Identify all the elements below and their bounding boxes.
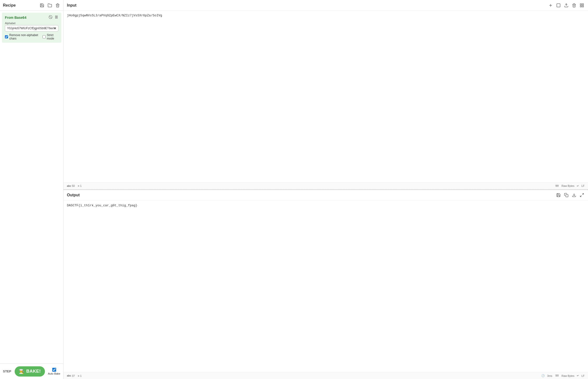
expand-output-button[interactable] bbox=[579, 192, 585, 198]
svg-rect-11 bbox=[582, 6, 584, 7]
input-format-icon[interactable]: 𝐓𝐓 bbox=[555, 184, 559, 188]
lines-icon: ≡ bbox=[78, 184, 79, 187]
bake-button[interactable]: 👨‍🍳 BAKE! bbox=[15, 366, 45, 377]
svg-line-14 bbox=[582, 193, 584, 195]
output-newline-label: LF bbox=[581, 374, 585, 377]
auto-bake-label: Auto Bake bbox=[48, 372, 60, 375]
bottom-bar: STEP 👨‍🍳 BAKE! Auto Bake bbox=[0, 363, 63, 379]
save-output-icon bbox=[556, 193, 561, 197]
plus-icon bbox=[548, 3, 553, 8]
grid-icon bbox=[580, 3, 584, 8]
add-input-button[interactable] bbox=[548, 3, 553, 8]
svg-rect-8 bbox=[580, 4, 581, 5]
trash-input-icon bbox=[572, 3, 576, 8]
svg-rect-12 bbox=[566, 195, 568, 197]
delete-recipe-button[interactable] bbox=[55, 3, 60, 8]
input-header-actions bbox=[548, 3, 585, 8]
svg-rect-6 bbox=[557, 4, 560, 7]
svg-line-15 bbox=[580, 196, 581, 197]
svg-rect-3 bbox=[57, 16, 57, 18]
remove-nonalpha-option[interactable]: Remove non-alphabet chars bbox=[5, 33, 39, 40]
alphabet-section: Alphabet Y0JyHo57WlUFzCfDgjn0Sb9ET6ei/sq… bbox=[5, 22, 58, 32]
output-status-bar: abc 37 ≡ 1 🕐 3ms 𝐓𝐓 Raw Bytes ↵ LF bbox=[64, 372, 588, 379]
output-line-count: ≡ 1 bbox=[78, 374, 82, 377]
right-panel: Input bbox=[64, 0, 588, 379]
remove-nonalpha-label: Remove non-alphabet chars bbox=[9, 33, 39, 40]
replace-icon bbox=[572, 193, 576, 197]
output-header: Output bbox=[64, 190, 588, 201]
new-tab-button[interactable] bbox=[556, 3, 561, 8]
recipe-header-actions bbox=[39, 3, 60, 8]
svg-rect-9 bbox=[582, 4, 584, 5]
bake-icon: 👨‍🍳 bbox=[19, 369, 24, 374]
disable-icon bbox=[49, 15, 52, 19]
trash-icon bbox=[55, 3, 60, 8]
input-chars-value: 50 bbox=[72, 184, 75, 187]
operation-card-header: From Base64 bbox=[5, 15, 58, 20]
folder-icon bbox=[48, 3, 52, 8]
bake-label: BAKE! bbox=[26, 369, 41, 374]
output-newline-icon: ↵ bbox=[577, 374, 579, 377]
pause-icon bbox=[54, 15, 58, 19]
svg-rect-10 bbox=[580, 6, 581, 7]
remove-nonalpha-checkbox[interactable] bbox=[5, 35, 8, 39]
output-header-actions bbox=[556, 192, 585, 198]
alphabet-label: Alphabet bbox=[5, 22, 58, 25]
output-timing-value: 3ms bbox=[547, 374, 552, 377]
text-format-icon: 𝐓𝐓 bbox=[555, 184, 559, 188]
input-char-count: abc 50 bbox=[67, 184, 75, 187]
recipe-content: From Base64 bbox=[0, 11, 63, 363]
options-row: Remove non-alphabet chars Strict mode bbox=[5, 33, 58, 40]
input-status-bar: abc 50 ≡ 1 𝐓𝐓 Raw Bytes ↵ LF bbox=[64, 182, 588, 189]
auto-bake-checkbox[interactable] bbox=[52, 368, 56, 372]
disable-operation-button[interactable] bbox=[49, 15, 52, 20]
operation-card-from-base64: From Base64 bbox=[2, 13, 61, 43]
input-section: Input bbox=[64, 0, 588, 190]
input-newline-icon: ↵ bbox=[577, 184, 579, 188]
copy-icon bbox=[564, 193, 569, 197]
copy-output-button[interactable] bbox=[564, 192, 569, 198]
view-options-button[interactable] bbox=[579, 3, 585, 8]
output-section: Output bbox=[64, 190, 588, 379]
operation-name: From Base64 bbox=[5, 16, 26, 19]
output-content: DASCTF{i_th1rk_you_car_g0t_thig_fpag} bbox=[64, 201, 588, 372]
recipe-title: Recipe bbox=[3, 3, 16, 8]
output-format-label: Raw Bytes bbox=[562, 374, 574, 377]
strict-mode-checkbox[interactable] bbox=[42, 35, 46, 39]
strict-mode-label: Strict mode bbox=[47, 33, 58, 40]
input-format-label: Raw Bytes bbox=[562, 184, 574, 187]
output-char-count: abc 37 bbox=[67, 374, 75, 377]
file-icon bbox=[556, 3, 561, 8]
output-lines-value: 1 bbox=[80, 374, 82, 377]
load-file-button[interactable] bbox=[564, 3, 569, 8]
output-status-left: abc 37 ≡ 1 bbox=[67, 374, 82, 377]
input-newline-label: LF bbox=[581, 184, 585, 187]
save-icon bbox=[40, 3, 44, 8]
output-format-icon[interactable]: 𝐓𝐓 bbox=[555, 374, 559, 378]
input-title: Input bbox=[67, 3, 76, 8]
save-output-button[interactable] bbox=[556, 192, 561, 198]
input-status-left: abc 50 ≡ 1 bbox=[67, 184, 82, 187]
operation-actions bbox=[49, 15, 58, 20]
input-status-right: 𝐓𝐓 Raw Bytes ↵ LF bbox=[555, 184, 585, 188]
replace-input-button[interactable] bbox=[571, 192, 577, 198]
output-title: Output bbox=[67, 193, 80, 197]
recipe-panel: Recipe bbox=[0, 0, 64, 379]
strict-mode-option[interactable]: Strict mode bbox=[42, 33, 58, 40]
clear-input-button[interactable] bbox=[571, 3, 577, 8]
open-recipe-button[interactable] bbox=[47, 3, 52, 8]
abc-label: abc bbox=[67, 185, 71, 187]
pause-operation-button[interactable] bbox=[54, 15, 58, 20]
save-recipe-button[interactable] bbox=[39, 3, 45, 8]
expand-icon bbox=[580, 193, 584, 197]
alphabet-select[interactable]: Y0JyHo57WlUFzCfDgjn0Sb9ET6ei/sqVLX42k... bbox=[5, 25, 58, 32]
output-status-right: 🕐 3ms 𝐓𝐓 Raw Bytes ↵ LF bbox=[541, 374, 585, 378]
input-line-count: ≡ 1 bbox=[78, 184, 82, 187]
recipe-header: Recipe bbox=[0, 0, 63, 11]
auto-bake-container: Auto Bake bbox=[48, 368, 60, 375]
input-content[interactable]: jHo0gpj5qwNVs5L3/aPVq9ZpEwCX/NZIz7jVs5Xr… bbox=[64, 11, 588, 182]
svg-line-1 bbox=[49, 16, 51, 18]
input-lines-value: 1 bbox=[80, 184, 82, 187]
step-label: STEP bbox=[3, 369, 12, 373]
output-text-icon: 𝐓𝐓 bbox=[555, 374, 559, 377]
